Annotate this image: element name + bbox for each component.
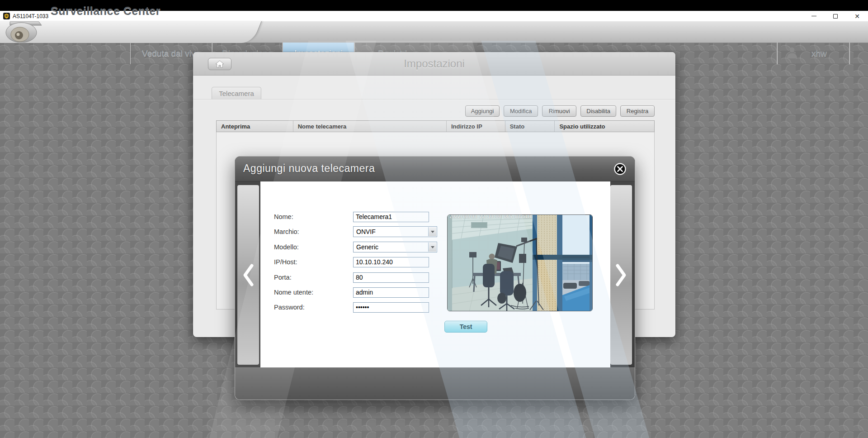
form-row-nome-utente: Nome utente: <box>274 287 429 298</box>
marchio-select[interactable]: ONVIF <box>353 226 437 237</box>
button-label: Modifica <box>510 108 532 114</box>
prev-arrow-icon <box>242 263 254 287</box>
add-camera-dialog: Nome: Marchio: ONVIF Modello: Generic <box>235 156 635 400</box>
username-label: xhw <box>811 48 827 58</box>
brand-title: Surveillance Center <box>51 5 160 18</box>
password-label: Password: <box>274 304 353 311</box>
restore-button[interactable] <box>825 11 846 21</box>
tab-telecamera[interactable]: Telecamera <box>212 87 261 99</box>
camera-preview-image <box>448 215 593 311</box>
desktop: AS1104T-1033 ✕ Veduta dal vivo Riproduzi… <box>0 0 868 438</box>
dialog-title: Aggiungi nuova telecamera <box>243 162 375 175</box>
column-header-nome-telecamera: Nome telecamera <box>293 121 447 132</box>
close-dialog-icon <box>614 163 626 175</box>
window-title: AS1104T-1033 <box>13 13 48 19</box>
dropdown-arrow-icon <box>428 243 436 252</box>
tab-label: Veduta dal vivo <box>142 48 200 58</box>
column-header-indirizzo-ip: Indirizzo IP <box>447 121 505 132</box>
form-row-porta: Porta: <box>274 272 429 283</box>
iphost-label: IP/Host: <box>274 258 353 266</box>
minimize-button[interactable] <box>803 11 825 21</box>
close-dialog-button[interactable] <box>614 163 626 175</box>
close-window-button[interactable]: ✕ <box>846 11 868 21</box>
dialog-footer <box>235 367 635 400</box>
dropdown-arrow-icon <box>428 227 436 236</box>
restore-icon <box>833 14 838 19</box>
marchio-label: Marchio: <box>274 228 353 235</box>
nome-label: Nome: <box>274 213 353 220</box>
app-header: Veduta dal vivo Riproduzione Impostazion… <box>0 21 868 43</box>
button-label: Disabilita <box>586 108 610 114</box>
form-row-marchio: Marchio: ONVIF <box>274 226 437 237</box>
modello-select[interactable]: Generic <box>353 242 437 252</box>
disabilita-button[interactable]: Disabilita <box>580 105 616 117</box>
marchio-value: ONVIF <box>354 228 376 235</box>
password-input[interactable] <box>353 302 429 313</box>
rimuovi-button[interactable]: Rimuovi <box>542 105 576 117</box>
prev-camera-button[interactable] <box>237 185 259 365</box>
modello-value: Generic <box>354 243 378 251</box>
next-camera-button[interactable] <box>610 185 632 365</box>
next-arrow-icon <box>615 263 627 287</box>
nome-input[interactable] <box>353 212 429 222</box>
close-window-icon: ✕ <box>854 13 860 19</box>
registra-button[interactable]: Registra <box>620 105 655 117</box>
form-row-nome: Nome: <box>274 211 429 222</box>
dialog-content: Nome: Marchio: ONVIF Modello: Generic <box>260 181 610 368</box>
panel-title: Impostazioni <box>193 57 675 70</box>
app-logo-icon <box>3 13 10 19</box>
nome-utente-input[interactable] <box>353 287 429 298</box>
settings-panel-header: Impostazioni <box>193 52 675 76</box>
camera-preview: 2022/08/03 22:10:00 DCS-8325LH <box>447 214 593 311</box>
user-icon <box>785 46 799 61</box>
header-separator <box>849 43 849 64</box>
column-header-anteprima: Anteprima <box>217 121 293 132</box>
test-button[interactable]: Test <box>444 321 487 333</box>
modello-label: Modello: <box>274 243 353 251</box>
modifica-button[interactable]: Modifica <box>504 105 538 117</box>
button-label: Aggiungi <box>471 108 494 114</box>
form-row-password: Password: <box>274 302 429 313</box>
porta-label: Porta: <box>274 274 353 281</box>
minimize-icon <box>811 16 816 16</box>
dialog-header: Aggiungi nuova telecamera <box>235 157 635 181</box>
brand-camera-icon <box>1 21 48 43</box>
iphost-input[interactable] <box>353 257 429 267</box>
preview-timestamp: 2022/08/03 22:10:00 DCS-8325LH <box>449 214 531 219</box>
camera-table-header: Anteprima Nome telecamera Indirizzo IP S… <box>216 120 655 132</box>
porta-input[interactable] <box>353 272 429 283</box>
nome-utente-label: Nome utente: <box>274 289 353 296</box>
button-label: Test <box>460 323 472 330</box>
camera-toolbar: Aggiungi Modifica Rimuovi Disabilita Reg… <box>465 105 655 117</box>
column-header-spazio-utilizzato: Spazio utilizzato <box>555 121 654 132</box>
divider <box>193 99 675 100</box>
column-header-stato: Stato <box>505 121 555 132</box>
user-menu[interactable]: xhw <box>777 43 868 64</box>
button-label: Registra <box>627 108 648 114</box>
aggiungi-button[interactable]: Aggiungi <box>465 105 500 117</box>
tab-label: Telecamera <box>219 90 254 97</box>
form-row-iphost: IP/Host: <box>274 257 429 267</box>
dialog-body: Nome: Marchio: ONVIF Modello: Generic <box>235 181 635 368</box>
button-label: Rimuovi <box>549 108 570 114</box>
form-row-modello: Modello: Generic <box>274 242 437 252</box>
